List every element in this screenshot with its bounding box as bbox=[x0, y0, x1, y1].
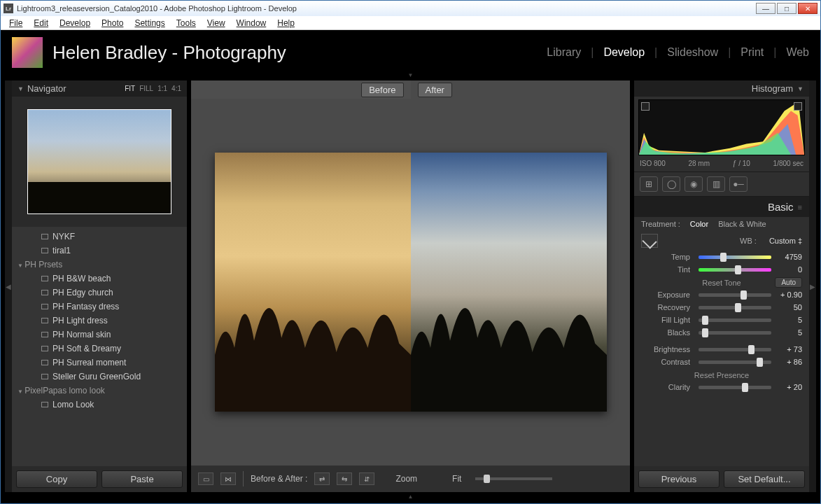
preset-item: PH B&W beach bbox=[12, 272, 187, 286]
treatment-label: Treatment : bbox=[641, 220, 680, 228]
zoom-fill[interactable]: FILL bbox=[139, 85, 153, 92]
titlebar[interactable]: Lr Lightroom3_releaseversion_Catalog2010… bbox=[1, 1, 820, 16]
treatment-bw[interactable]: Black & White bbox=[718, 220, 766, 228]
zoom-slider[interactable] bbox=[475, 477, 552, 480]
menu-help[interactable]: Help bbox=[273, 17, 299, 29]
loupe-view-icon[interactable]: ▭ bbox=[198, 472, 213, 485]
module-library[interactable]: Library bbox=[547, 46, 581, 59]
window-title: Lightroom3_releaseversion_Catalog2010 - … bbox=[17, 4, 297, 13]
preset-item: PH Fantasy dress bbox=[12, 300, 187, 314]
compare-view-icon[interactable]: ⋈ bbox=[220, 472, 236, 485]
menu-settings[interactable]: Settings bbox=[130, 17, 169, 29]
zoom-fit[interactable]: FIT bbox=[125, 85, 135, 92]
auto-button[interactable]: Auto bbox=[775, 277, 802, 288]
bottom-panel-arrow[interactable]: ▲ bbox=[5, 495, 816, 499]
tint-slider[interactable] bbox=[699, 268, 771, 272]
right-panel: Histogram▼ ISO 800 2 bbox=[634, 80, 809, 492]
shadow-clip-icon[interactable] bbox=[641, 102, 650, 111]
clarity-slider[interactable] bbox=[699, 386, 771, 389]
module-develop[interactable]: Develop bbox=[603, 46, 645, 59]
preset-folder[interactable]: PH Prsets bbox=[12, 258, 187, 272]
module-web[interactable]: Web bbox=[786, 46, 809, 59]
preset-item: PH Soft & Dreamy bbox=[12, 342, 187, 356]
zoom-label: Zoom bbox=[395, 474, 417, 484]
recovery-slider[interactable] bbox=[699, 306, 771, 309]
maximize-button[interactable]: □ bbox=[777, 3, 797, 14]
menu-develop[interactable]: Develop bbox=[55, 17, 94, 29]
panel-toggle-icon[interactable]: ≡ bbox=[798, 203, 802, 211]
temp-slider[interactable] bbox=[699, 255, 771, 259]
right-panel-arrow[interactable]: ▶ bbox=[809, 80, 816, 492]
tone-header[interactable]: Reset Tone bbox=[702, 279, 741, 287]
highlight-clip-icon[interactable] bbox=[794, 102, 802, 111]
app-window: Lr Lightroom3_releaseversion_Catalog2010… bbox=[0, 0, 821, 504]
fit-label: Fit bbox=[452, 474, 461, 484]
identity-plate: Helen Bradley - Photography Library| Dev… bbox=[5, 34, 816, 71]
redeye-tool-icon[interactable]: ◉ bbox=[685, 176, 703, 192]
chevron-down-icon: ▼ bbox=[797, 85, 804, 92]
presence-header[interactable]: Reset Presence bbox=[694, 371, 749, 379]
spot-tool-icon[interactable]: ◯ bbox=[662, 176, 680, 192]
preset-item: PH Edgy church bbox=[12, 286, 187, 300]
iso-value: ISO 800 bbox=[640, 160, 666, 167]
zoom-4-1[interactable]: 4:1 bbox=[171, 85, 181, 92]
previous-button[interactable]: Previous bbox=[638, 470, 720, 488]
after-label: After bbox=[418, 83, 452, 97]
app-body: Helen Bradley - Photography Library| Dev… bbox=[1, 30, 820, 503]
navigator-header[interactable]: ▼ Navigator FIT FILL 1:1 4:1 bbox=[12, 80, 187, 97]
crop-tool-icon[interactable]: ⊞ bbox=[640, 176, 658, 192]
brush-tool-icon[interactable]: ●─ bbox=[729, 176, 748, 192]
module-picker: Library| Develop| Slideshow| Print| Web bbox=[547, 46, 809, 59]
wb-value[interactable]: Custom ‡ bbox=[769, 237, 802, 245]
histogram[interactable] bbox=[638, 99, 805, 155]
top-panel-arrow[interactable]: ▼ bbox=[5, 74, 816, 78]
menu-photo[interactable]: Photo bbox=[97, 17, 127, 29]
presets-panel[interactable]: NYKF tiral1 PH Prsets PH B&W beach PH Ed… bbox=[12, 227, 187, 466]
exposure-slider[interactable] bbox=[699, 293, 771, 297]
preview-area[interactable] bbox=[191, 99, 630, 465]
menu-edit[interactable]: Edit bbox=[29, 17, 52, 29]
preset-item: tiral1 bbox=[12, 244, 187, 258]
close-button[interactable]: ✕ bbox=[798, 3, 818, 14]
histogram-header[interactable]: Histogram▼ bbox=[634, 80, 809, 97]
center-toolbar: ▭ ⋈ Before & After : ⇄ ⇆ ⇵ Zoom Fit bbox=[191, 465, 630, 492]
menu-tools[interactable]: Tools bbox=[172, 17, 200, 29]
minimize-button[interactable]: — bbox=[756, 3, 776, 14]
menu-file[interactable]: File bbox=[5, 17, 27, 29]
paste-button[interactable]: Paste bbox=[101, 470, 183, 488]
grad-tool-icon[interactable]: ▥ bbox=[707, 176, 725, 192]
wb-dropper-icon[interactable] bbox=[641, 234, 658, 248]
identity-title: Helen Bradley - Photography bbox=[52, 42, 286, 64]
menubar: File Edit Develop Photo Settings Tools V… bbox=[1, 16, 820, 30]
identity-thumb bbox=[12, 37, 43, 68]
after-image bbox=[411, 153, 607, 412]
app-icon: Lr bbox=[3, 4, 13, 13]
menu-view[interactable]: View bbox=[203, 17, 230, 29]
preset-item: Steller Guru GreenGold bbox=[12, 370, 187, 384]
preset-item: PH Normal skin bbox=[12, 328, 187, 342]
treatment-color[interactable]: Color bbox=[690, 220, 708, 228]
preset-item: Lomo Look bbox=[12, 398, 187, 412]
left-panel-arrow[interactable]: ◀ bbox=[5, 80, 12, 492]
fill-light-slider[interactable] bbox=[699, 318, 771, 322]
preset-item: PH Light dress bbox=[12, 314, 187, 328]
contrast-slider[interactable] bbox=[699, 360, 771, 364]
copy-settings-icon[interactable]: ⇵ bbox=[359, 472, 374, 485]
navigator-thumbnail[interactable] bbox=[27, 109, 171, 214]
blacks-slider[interactable] bbox=[699, 331, 771, 335]
develop-tools: ⊞ ◯ ◉ ▥ ●─ bbox=[634, 172, 809, 197]
copy-button[interactable]: Copy bbox=[16, 470, 97, 488]
brightness-slider[interactable] bbox=[699, 348, 771, 351]
set-default-button[interactable]: Set Default... bbox=[724, 470, 805, 488]
workspace: ▼ Navigator FIT FILL 1:1 4:1 NYKF tiral1 bbox=[12, 80, 809, 492]
focal-value: 28 mm bbox=[688, 160, 710, 167]
module-slideshow[interactable]: Slideshow bbox=[667, 46, 718, 59]
basic-header[interactable]: Basic≡ bbox=[634, 197, 809, 217]
zoom-1-1[interactable]: 1:1 bbox=[157, 85, 167, 92]
swap-right-icon[interactable]: ⇆ bbox=[337, 472, 352, 485]
wb-label: WB : bbox=[740, 237, 757, 245]
module-print[interactable]: Print bbox=[741, 46, 764, 59]
swap-left-icon[interactable]: ⇄ bbox=[314, 472, 330, 485]
preset-folder[interactable]: PixelPapas lomo look bbox=[12, 384, 187, 398]
menu-window[interactable]: Window bbox=[232, 17, 271, 29]
